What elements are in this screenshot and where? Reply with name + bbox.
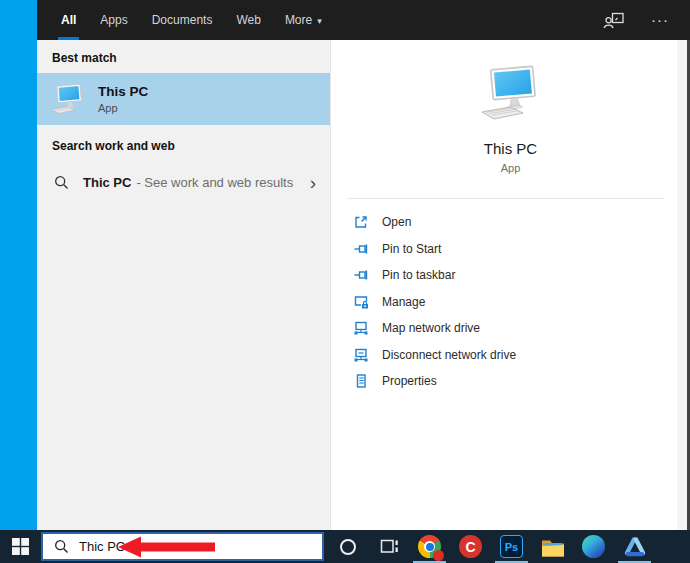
- detail-app-type: App: [331, 162, 690, 174]
- file-explorer-icon: [541, 537, 565, 557]
- notification-badge: [433, 550, 444, 561]
- search-results-panel: Best match This PC App Search work and w…: [37, 40, 330, 530]
- action-label: Open: [382, 215, 411, 229]
- taskbar-item-drive-app[interactable]: [614, 530, 655, 563]
- action-label: Pin to Start: [382, 242, 441, 256]
- tab-apps-label: Apps: [100, 13, 127, 27]
- start-button[interactable]: [0, 530, 41, 563]
- more-options-button[interactable]: ···: [648, 8, 672, 32]
- manage-icon: [353, 294, 369, 310]
- best-match-header: Best match: [37, 40, 330, 73]
- action-properties[interactable]: Properties: [353, 368, 690, 395]
- action-map-network-drive[interactable]: Map network drive: [353, 315, 690, 342]
- search-filter-bar: All Apps Documents Web More▾ ···: [37, 0, 690, 40]
- action-open[interactable]: Open: [353, 209, 690, 236]
- tab-documents[interactable]: Documents: [140, 0, 225, 40]
- suggestion-query: Thic PC: [83, 175, 131, 190]
- this-pc-icon: [479, 64, 543, 122]
- action-list: Open Pin to Start Pin to taskbar: [331, 199, 690, 395]
- scrollbar-track[interactable]: [677, 40, 687, 530]
- web-search-suggestion[interactable]: Thic PC - See work and web results ›: [37, 161, 330, 203]
- chevron-down-icon: ▾: [317, 16, 322, 26]
- search-work-web-header: Search work and web: [37, 125, 330, 161]
- ccleaner-icon: C: [459, 535, 482, 558]
- tab-web[interactable]: Web: [224, 0, 272, 40]
- cortana-icon: [340, 539, 356, 555]
- taskbar-item-edge[interactable]: [573, 530, 614, 563]
- open-icon: [353, 214, 369, 230]
- sign-in-options-button[interactable]: [602, 8, 626, 32]
- chevron-right-icon: ›: [310, 173, 316, 192]
- ellipsis-icon: ···: [651, 15, 669, 25]
- search-icon: [54, 175, 69, 190]
- this-pc-icon: [50, 83, 86, 115]
- taskbar-search-box[interactable]: [41, 532, 324, 561]
- search-icon: [54, 539, 69, 554]
- task-view-icon: [378, 536, 399, 557]
- taskbar-item-cortana[interactable]: [327, 530, 368, 563]
- tab-more-label: More: [285, 13, 312, 27]
- disconnect-network-drive-icon: [353, 347, 369, 363]
- action-label: Disconnect network drive: [382, 348, 516, 362]
- desktop-background: [0, 0, 37, 530]
- action-label: Manage: [382, 295, 425, 309]
- taskbar-item-task-view[interactable]: [368, 530, 409, 563]
- action-pin-to-taskbar[interactable]: Pin to taskbar: [353, 262, 690, 289]
- pin-icon: [353, 241, 369, 257]
- taskbar-icons: C Ps: [327, 530, 655, 563]
- detail-app-title: This PC: [331, 140, 690, 157]
- tab-more[interactable]: More▾: [273, 0, 334, 40]
- suggestion-hint: - See work and web results: [136, 175, 293, 190]
- action-manage[interactable]: Manage: [353, 289, 690, 316]
- tab-web-label: Web: [236, 13, 260, 27]
- windows-logo-icon: [12, 538, 29, 555]
- drive-app-icon: [623, 536, 647, 558]
- taskbar-item-photoshop[interactable]: Ps: [491, 530, 532, 563]
- tab-all-label: All: [61, 13, 76, 27]
- taskbar-item-ccleaner[interactable]: C: [450, 530, 491, 563]
- action-label: Properties: [382, 374, 437, 388]
- photoshop-icon: Ps: [500, 535, 523, 558]
- tab-all[interactable]: All: [49, 0, 88, 40]
- taskbar-search-input[interactable]: [79, 539, 189, 554]
- filter-tabs: All Apps Documents Web More▾: [49, 0, 334, 40]
- action-label: Pin to taskbar: [382, 268, 455, 282]
- result-type: App: [98, 102, 148, 114]
- taskbar-item-file-explorer[interactable]: [532, 530, 573, 563]
- tab-apps[interactable]: Apps: [88, 0, 139, 40]
- tab-documents-label: Documents: [152, 13, 213, 27]
- user-frame-icon: [603, 11, 625, 30]
- best-match-result-this-pc[interactable]: This PC App: [37, 73, 330, 125]
- action-pin-to-start[interactable]: Pin to Start: [353, 236, 690, 263]
- taskbar-item-chrome[interactable]: [409, 530, 450, 563]
- result-title: This PC: [98, 84, 148, 99]
- map-network-drive-icon: [353, 320, 369, 336]
- pin-icon: [353, 267, 369, 283]
- result-detail-panel: This PC App Open Pin to Start: [330, 40, 690, 530]
- edge-icon: [582, 535, 605, 558]
- taskbar: C Ps: [0, 530, 690, 563]
- action-label: Map network drive: [382, 321, 480, 335]
- action-disconnect-network-drive[interactable]: Disconnect network drive: [353, 342, 690, 369]
- properties-icon: [353, 373, 369, 389]
